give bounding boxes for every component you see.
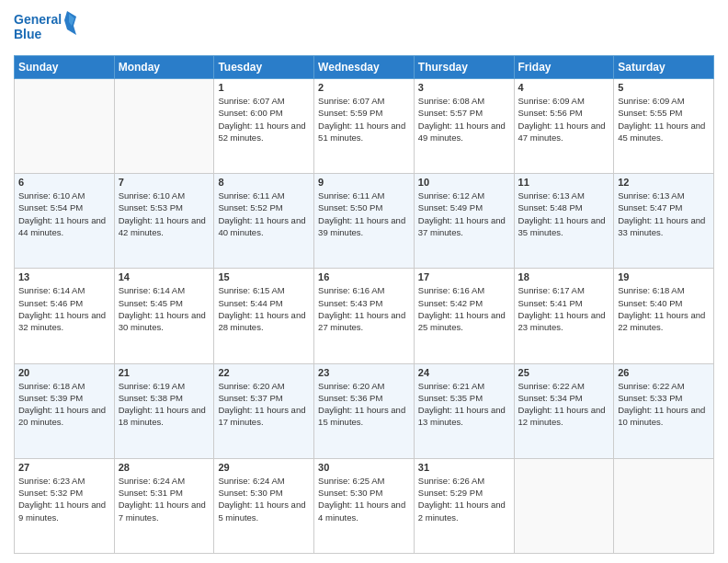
day-number: 30 — [318, 462, 410, 473]
day-number: 28 — [119, 462, 210, 473]
sunrise-text: Sunrise: 6:09 AM — [518, 96, 585, 106]
day-info: Sunrise: 6:26 AM Sunset: 5:29 PM Dayligh… — [418, 475, 510, 523]
sunset-text: Sunset: 5:32 PM — [18, 488, 83, 498]
sunrise-text: Sunrise: 6:15 AM — [218, 285, 284, 295]
calendar-cell: 24 Sunrise: 6:21 AM Sunset: 5:35 PM Dayl… — [414, 363, 514, 458]
sunrise-text: Sunrise: 6:20 AM — [218, 381, 284, 391]
calendar-body: 1 Sunrise: 6:07 AM Sunset: 6:00 PM Dayli… — [15, 79, 714, 554]
day-number: 21 — [119, 367, 210, 378]
day-number: 13 — [18, 271, 110, 282]
calendar-header: SundayMondayTuesdayWednesdayThursdayFrid… — [15, 56, 714, 79]
day-info: Sunrise: 6:09 AM Sunset: 5:56 PM Dayligh… — [518, 95, 610, 144]
day-header-wednesday: Wednesday — [314, 56, 415, 79]
sunset-text: Sunset: 5:49 PM — [418, 202, 483, 213]
sunrise-text: Sunrise: 6:08 AM — [418, 96, 484, 106]
day-number: 16 — [318, 271, 410, 282]
sunrise-text: Sunrise: 6:09 AM — [618, 96, 684, 106]
day-number: 4 — [518, 82, 610, 93]
sunset-text: Sunset: 5:40 PM — [618, 298, 682, 308]
daylight-text: Daylight: 11 hours and 4 minutes. — [318, 500, 405, 522]
daylight-text: Daylight: 11 hours and 49 minutes. — [418, 121, 506, 143]
day-number: 14 — [119, 271, 210, 282]
day-header-thursday: Thursday — [414, 56, 514, 79]
day-number: 3 — [418, 82, 510, 93]
daylight-text: Daylight: 11 hours and 7 minutes. — [119, 500, 206, 522]
day-number: 7 — [119, 177, 210, 188]
daylight-text: Daylight: 11 hours and 12 minutes. — [518, 405, 606, 427]
calendar-cell: 12 Sunrise: 6:13 AM Sunset: 5:47 PM Dayl… — [614, 174, 714, 269]
week-row-1: 1 Sunrise: 6:07 AM Sunset: 6:00 PM Dayli… — [15, 79, 714, 174]
sunrise-text: Sunrise: 6:22 AM — [618, 381, 684, 391]
daylight-text: Daylight: 11 hours and 22 minutes. — [618, 310, 705, 332]
day-info: Sunrise: 6:25 AM Sunset: 5:30 PM Dayligh… — [318, 475, 410, 523]
sunset-text: Sunset: 5:54 PM — [18, 202, 83, 213]
sunrise-text: Sunrise: 6:17 AM — [518, 285, 585, 295]
sunrise-text: Sunrise: 6:13 AM — [518, 190, 585, 201]
day-info: Sunrise: 6:11 AM Sunset: 5:50 PM Dayligh… — [318, 190, 410, 238]
sunrise-text: Sunrise: 6:18 AM — [18, 381, 85, 391]
sunrise-text: Sunrise: 6:21 AM — [418, 381, 484, 391]
day-number: 15 — [218, 271, 310, 282]
calendar-cell — [514, 458, 614, 553]
day-number: 27 — [18, 462, 110, 473]
day-number: 11 — [518, 177, 610, 188]
daylight-text: Daylight: 11 hours and 2 minutes. — [418, 500, 506, 522]
header-row: SundayMondayTuesdayWednesdayThursdayFrid… — [15, 56, 714, 79]
daylight-text: Daylight: 11 hours and 23 minutes. — [518, 310, 606, 332]
day-info: Sunrise: 6:13 AM Sunset: 5:48 PM Dayligh… — [518, 190, 610, 238]
day-info: Sunrise: 6:21 AM Sunset: 5:35 PM Dayligh… — [418, 380, 510, 429]
sunrise-text: Sunrise: 6:10 AM — [119, 190, 185, 201]
sunset-text: Sunset: 5:57 PM — [418, 108, 483, 118]
day-info: Sunrise: 6:10 AM Sunset: 5:54 PM Dayligh… — [18, 190, 110, 238]
daylight-text: Daylight: 11 hours and 37 minutes. — [418, 215, 506, 237]
calendar-cell: 14 Sunrise: 6:14 AM Sunset: 5:45 PM Dayl… — [114, 269, 214, 363]
header: General Blue — [14, 9, 714, 48]
day-number: 18 — [518, 271, 610, 282]
day-header-friday: Friday — [514, 56, 614, 79]
day-number: 9 — [318, 177, 410, 188]
calendar-cell: 25 Sunrise: 6:22 AM Sunset: 5:34 PM Dayl… — [514, 363, 614, 458]
calendar-cell: 19 Sunrise: 6:18 AM Sunset: 5:40 PM Dayl… — [614, 269, 714, 363]
sunrise-text: Sunrise: 6:23 AM — [18, 476, 85, 486]
day-info: Sunrise: 6:16 AM Sunset: 5:43 PM Dayligh… — [318, 284, 410, 333]
daylight-text: Daylight: 11 hours and 30 minutes. — [119, 310, 206, 332]
calendar-cell: 21 Sunrise: 6:19 AM Sunset: 5:38 PM Dayl… — [114, 363, 214, 458]
day-info: Sunrise: 6:07 AM Sunset: 5:59 PM Dayligh… — [318, 95, 410, 144]
sunset-text: Sunset: 5:53 PM — [119, 202, 183, 213]
sunset-text: Sunset: 5:55 PM — [618, 108, 682, 118]
calendar-cell: 18 Sunrise: 6:17 AM Sunset: 5:41 PM Dayl… — [514, 269, 614, 363]
sunset-text: Sunset: 5:41 PM — [518, 298, 583, 308]
week-row-4: 20 Sunrise: 6:18 AM Sunset: 5:39 PM Dayl… — [15, 363, 714, 458]
day-number: 23 — [318, 367, 410, 378]
day-header-saturday: Saturday — [614, 56, 714, 79]
day-number: 20 — [18, 367, 110, 378]
sunset-text: Sunset: 6:00 PM — [218, 108, 282, 118]
day-info: Sunrise: 6:07 AM Sunset: 6:00 PM Dayligh… — [218, 95, 310, 144]
sunset-text: Sunset: 5:36 PM — [318, 393, 382, 403]
day-info: Sunrise: 6:08 AM Sunset: 5:57 PM Dayligh… — [418, 95, 510, 144]
daylight-text: Daylight: 11 hours and 25 minutes. — [418, 310, 506, 332]
logo: General Blue — [14, 9, 78, 48]
calendar-cell: 5 Sunrise: 6:09 AM Sunset: 5:55 PM Dayli… — [614, 79, 714, 174]
week-row-5: 27 Sunrise: 6:23 AM Sunset: 5:32 PM Dayl… — [15, 458, 714, 553]
svg-text:General: General — [14, 12, 62, 27]
sunset-text: Sunset: 5:34 PM — [518, 393, 583, 403]
day-number: 5 — [618, 82, 710, 93]
daylight-text: Daylight: 11 hours and 13 minutes. — [418, 405, 506, 427]
sunset-text: Sunset: 5:50 PM — [318, 202, 382, 213]
day-info: Sunrise: 6:14 AM Sunset: 5:46 PM Dayligh… — [18, 284, 110, 333]
day-number: 1 — [218, 82, 310, 93]
day-number: 22 — [218, 367, 310, 378]
sunset-text: Sunset: 5:47 PM — [618, 202, 682, 213]
day-header-sunday: Sunday — [15, 56, 115, 79]
calendar-cell: 11 Sunrise: 6:13 AM Sunset: 5:48 PM Dayl… — [514, 174, 614, 269]
day-header-tuesday: Tuesday — [214, 56, 314, 79]
sunset-text: Sunset: 5:30 PM — [318, 488, 382, 498]
calendar-cell: 8 Sunrise: 6:11 AM Sunset: 5:52 PM Dayli… — [214, 174, 314, 269]
day-info: Sunrise: 6:10 AM Sunset: 5:53 PM Dayligh… — [119, 190, 210, 238]
calendar-cell: 10 Sunrise: 6:12 AM Sunset: 5:49 PM Dayl… — [414, 174, 514, 269]
day-info: Sunrise: 6:16 AM Sunset: 5:42 PM Dayligh… — [418, 284, 510, 333]
sunset-text: Sunset: 5:46 PM — [18, 298, 83, 308]
calendar-cell: 6 Sunrise: 6:10 AM Sunset: 5:54 PM Dayli… — [15, 174, 115, 269]
day-info: Sunrise: 6:24 AM Sunset: 5:30 PM Dayligh… — [218, 475, 310, 523]
